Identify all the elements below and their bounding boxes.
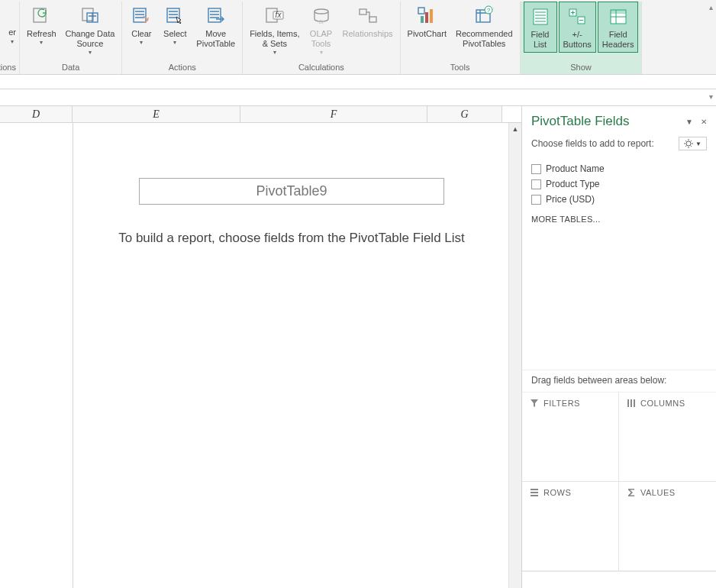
drop-areas: FILTERS COLUMNS ROWS (522, 392, 716, 571)
pane-layout-button[interactable]: ▼ (679, 137, 707, 150)
pane-dropdown-icon[interactable]: ▼ (685, 118, 693, 126)
field-headers-button[interactable]: Field Headers (598, 2, 639, 53)
relationships-button[interactable]: Relationships (339, 2, 397, 41)
refresh-icon (29, 4, 53, 28)
fields-items-sets-icon: fx (263, 4, 287, 28)
partial-group-label: ctions (0, 61, 16, 74)
field-price-usd[interactable]: Price (USD) (531, 192, 707, 207)
group-label-tools: Tools (450, 61, 470, 74)
svg-rect-1 (82, 8, 93, 21)
pane-subtitle: Choose fields to add to report: (531, 138, 654, 149)
svg-rect-15 (430, 9, 433, 23)
ribbon-group-data: Refresh ▾ Change Data Source ▾ Data (20, 2, 122, 74)
svg-rect-3 (134, 8, 146, 22)
scroll-up-icon[interactable]: ▲ (509, 123, 521, 136)
select-icon (163, 4, 187, 28)
column-headers: D E F G (0, 106, 521, 123)
relationships-icon (356, 4, 380, 28)
pivottable-fields-pane: PivotTable Fields ▼ ✕ Choose fields to a… (521, 106, 716, 588)
svg-point-9 (314, 9, 328, 14)
plus-minus-buttons-button[interactable]: +/- Buttons (559, 2, 596, 53)
gear-icon (684, 139, 693, 148)
ribbon-group-show: Field List +/- Buttons Field Headers Sho… (521, 2, 643, 74)
move-pivottable-button[interactable]: Move PivotTable (192, 2, 239, 51)
svg-rect-14 (425, 12, 428, 23)
svg-rect-12 (369, 17, 376, 22)
rows-area[interactable]: ROWS (522, 482, 619, 571)
worksheet-area[interactable]: D E F G PivotTable9 To build a report, c… (0, 106, 521, 588)
recommended-pivottables-button[interactable]: ? Recommended PivotTables (452, 2, 517, 51)
field-label: Product Type (546, 179, 600, 189)
svg-point-25 (686, 141, 691, 146)
clear-button[interactable]: Clear ▾ (125, 2, 157, 48)
field-label: Product Name (546, 163, 605, 174)
change-data-source-button[interactable]: Change Data Source ▾ (62, 2, 119, 58)
refresh-button[interactable]: Refresh ▾ (23, 2, 60, 48)
svg-text:?: ? (487, 7, 491, 14)
group-label-data: Data (62, 61, 79, 74)
area-label: COLUMNS (640, 399, 685, 408)
ribbon-group-tools: PivotChart ? Recommended PivotTables Too… (401, 2, 521, 74)
dropdown-arrow-icon: ▾ (40, 39, 43, 46)
ribbon-collapse-icon[interactable]: ▴ (709, 3, 713, 11)
dropdown-arrow-icon: ▾ (140, 39, 143, 46)
expand-arrow-icon[interactable]: ▾ (709, 92, 713, 101)
change-data-source-icon (78, 4, 102, 28)
dropdown-arrow-icon: ▼ (695, 141, 701, 147)
area-label: FILTERS (543, 399, 580, 408)
dropdown-arrow-icon: ▾ (320, 49, 323, 56)
svg-rect-5 (208, 8, 221, 22)
field-list-button[interactable]: Field List (524, 2, 557, 53)
field-product-type[interactable]: Product Type (531, 176, 707, 192)
pivotchart-button[interactable]: PivotChart (404, 2, 450, 41)
field-label: Price (USD) (546, 194, 595, 205)
vertical-scrollbar[interactable]: ▲ (508, 123, 521, 588)
col-header-g[interactable]: G (427, 106, 502, 122)
pane-close-icon[interactable]: ✕ (701, 118, 707, 126)
columns-icon (627, 399, 636, 408)
col-header-f[interactable]: F (240, 106, 427, 122)
partial-button-label: er (8, 27, 16, 37)
svg-text:fx: fx (318, 18, 324, 25)
select-button[interactable]: Select ▾ (159, 2, 191, 48)
plus-minus-icon (565, 5, 589, 29)
ribbon-group-calculations: fx Fields, Items, & Sets ▾ fx OLAP Tools… (243, 2, 400, 74)
field-list: Product Name Product Type Price (USD) (522, 158, 716, 207)
checkbox-icon[interactable] (531, 164, 541, 174)
svg-rect-20 (534, 9, 547, 24)
svg-text:fx: fx (275, 11, 282, 19)
rows-icon (530, 488, 539, 497)
area-label: VALUES (640, 488, 676, 497)
olap-tools-icon: fx (309, 4, 334, 28)
sigma-icon (627, 488, 636, 497)
group-label-actions: Actions (169, 61, 196, 74)
col-header-e[interactable]: E (73, 106, 240, 122)
olap-tools-button[interactable]: fx OLAP Tools ▾ (305, 2, 337, 58)
fields-items-sets-button[interactable]: fx Fields, Items, & Sets ▾ (246, 2, 303, 58)
pane-title: PivotTable Fields (531, 114, 630, 129)
values-area[interactable]: VALUES (619, 482, 716, 571)
pivotchart-icon (414, 4, 439, 28)
svg-rect-24 (611, 10, 626, 14)
dropdown-arrow-icon: ▾ (89, 49, 92, 56)
utility-row: ▾ (0, 89, 716, 106)
checkbox-icon[interactable] (531, 195, 541, 205)
more-tables-link[interactable]: MORE TABLES... (522, 207, 716, 228)
field-list-icon (528, 5, 553, 29)
clear-icon (129, 4, 153, 28)
columns-area[interactable]: COLUMNS (619, 393, 716, 482)
col-header-d[interactable]: D (0, 106, 73, 122)
dropdown-arrow-icon: ▾ (173, 39, 176, 46)
field-product-name[interactable]: Product Name (531, 161, 707, 176)
group-label-show: Show (570, 61, 592, 74)
group-label-calculations: Calculations (298, 61, 344, 74)
svg-rect-13 (421, 16, 424, 23)
formula-bar-area (0, 75, 716, 89)
recommended-pivottables-icon: ? (472, 4, 496, 28)
filters-area[interactable]: FILTERS (522, 393, 619, 482)
field-headers-icon (606, 5, 631, 29)
svg-rect-16 (418, 8, 424, 14)
dropdown-arrow-icon: ▾ (273, 49, 276, 56)
funnel-icon (530, 399, 539, 408)
checkbox-icon[interactable] (531, 179, 541, 189)
